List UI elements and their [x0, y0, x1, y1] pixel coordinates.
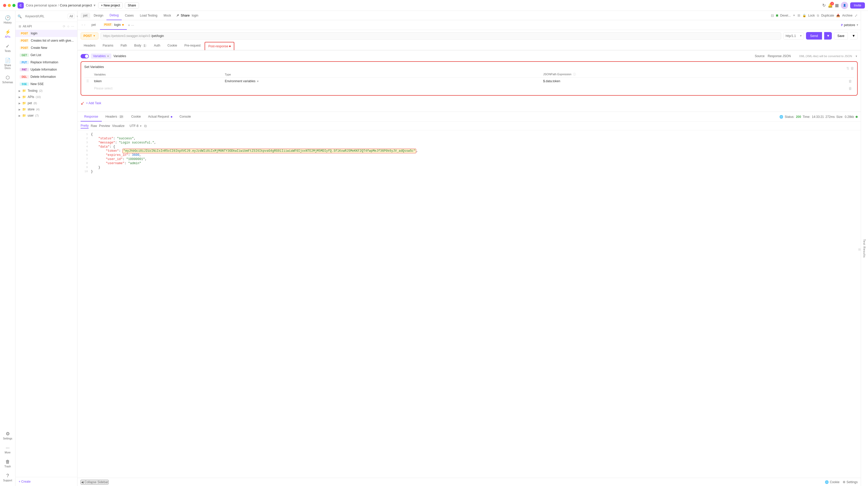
- archive-icon[interactable]: 📥: [836, 14, 840, 17]
- duplicate-icon[interactable]: ⧉: [817, 14, 819, 17]
- settings-bottom-button[interactable]: ⚙ Settings: [843, 480, 858, 484]
- env-dropdown[interactable]: ▼: [793, 14, 796, 17]
- share-header-button[interactable]: Share: [125, 2, 139, 8]
- design-tab[interactable]: Design: [91, 11, 106, 20]
- maximize-button[interactable]: [12, 4, 16, 7]
- share-doc-button[interactable]: ↗ Share: [176, 13, 190, 17]
- resp-tab-cookie[interactable]: Cookie: [128, 112, 145, 121]
- close-button[interactable]: [3, 4, 6, 7]
- refresh-icon[interactable]: ⟳: [63, 25, 65, 28]
- api-item-get-list[interactable]: GET Get List: [16, 52, 77, 59]
- env-name[interactable]: Devel...: [780, 14, 791, 17]
- delete-all-icon[interactable]: 🗑: [850, 66, 854, 70]
- api-item-delete[interactable]: DEL Delete Information: [16, 73, 77, 80]
- source-tab[interactable]: Source: [755, 54, 765, 58]
- tab-path[interactable]: Path: [118, 41, 130, 50]
- layout-button[interactable]: ▦: [835, 3, 839, 8]
- api-item-update[interactable]: PAT Update Information: [16, 66, 77, 73]
- folder-pet[interactable]: ▶ 📁 pet (8): [16, 100, 77, 106]
- api-item-login[interactable]: POST login: [16, 30, 77, 37]
- project-name[interactable]: Cora personal project: [60, 3, 92, 7]
- more-options-icon[interactable]: ⋯: [71, 25, 74, 28]
- pet-breadcrumb-tab[interactable]: ‹ ›: [80, 21, 87, 30]
- tab-cookie[interactable]: Cookie: [164, 41, 180, 50]
- expand-icon[interactable]: ⤢: [855, 13, 858, 18]
- add-tab-button[interactable]: +: [128, 23, 130, 27]
- tab-more-button[interactable]: ···: [131, 23, 134, 27]
- bookmark-icon[interactable]: ⊹: [67, 25, 69, 28]
- minimize-button[interactable]: [8, 4, 11, 7]
- var-delete-button[interactable]: 🗑: [848, 79, 852, 83]
- placeholder-text[interactable]: Please select: [94, 87, 113, 90]
- folder-testing[interactable]: ▶ 📁 Testing (2): [16, 88, 77, 94]
- url-field[interactable]: https://petstore3.swagger.io/api/v3 /pet…: [100, 32, 781, 39]
- archive-label[interactable]: Archive: [842, 14, 852, 17]
- folder-store[interactable]: ▶ 📁 store (4): [16, 106, 77, 112]
- env-expand-icon[interactable]: ▼: [856, 24, 859, 26]
- drag-handle[interactable]: ⠿: [86, 79, 89, 83]
- resp-tab-headers[interactable]: Headers 19: [102, 112, 128, 121]
- resp-tab-console[interactable]: Console: [176, 112, 194, 121]
- tab-auth[interactable]: Auth: [151, 41, 163, 50]
- tab-body[interactable]: Body 1: [131, 41, 150, 50]
- cookie-button[interactable]: 🌐 Cookie: [825, 480, 839, 484]
- user-avatar[interactable]: 👤: [841, 2, 848, 9]
- http-version-selector[interactable]: http/1.1 ▼: [783, 32, 804, 39]
- lock-icon[interactable]: 🔒: [802, 14, 806, 17]
- all-api-actions[interactable]: ⟳ ⊹ ⋯: [63, 25, 74, 28]
- sort-icon[interactable]: ⇅: [846, 66, 849, 70]
- tab-pre-request[interactable]: Pre-request: [181, 41, 204, 50]
- send-dropdown-button[interactable]: ▼: [824, 32, 832, 39]
- pretty-button[interactable]: Pretty: [81, 123, 89, 128]
- tab-headers[interactable]: Headers: [81, 41, 98, 50]
- sidebar-item-support[interactable]: ? Support: [1, 471, 14, 484]
- jsonpath-info-icon[interactable]: ⓘ: [573, 73, 576, 76]
- resp-tab-response[interactable]: Response: [81, 112, 102, 121]
- var-placeholder-delete[interactable]: 🗑: [848, 86, 852, 90]
- xml-dropdown-icon[interactable]: ▼: [855, 55, 858, 58]
- sidebar-item-settings[interactable]: ⚙ Settings: [1, 429, 14, 442]
- sync-button[interactable]: ↻: [822, 3, 826, 8]
- duplicate-label[interactable]: Duplicate: [821, 14, 834, 17]
- sidebar-item-more[interactable]: ··· More: [1, 443, 14, 456]
- all-api-header[interactable]: ⊞ All API ⟳ ⊹ ⋯: [16, 23, 77, 30]
- sidebar-item-history[interactable]: 🕐 History: [1, 13, 14, 26]
- expand-icon[interactable]: ⊞: [858, 248, 861, 251]
- var-type-cell[interactable]: Environment variables ▼: [225, 79, 539, 83]
- sidebar-item-share-docs[interactable]: 📄 Share Docs: [1, 56, 14, 72]
- new-project-button[interactable]: + New project: [98, 2, 123, 8]
- folder-user[interactable]: ▶ 📁 user (7): [16, 112, 77, 119]
- cases-tab[interactable]: Cases: [122, 11, 137, 20]
- pet-tab[interactable]: pet: [81, 13, 90, 18]
- load-testing-tab[interactable]: Load Testing: [137, 11, 160, 20]
- layout-icon[interactable]: ⊞: [798, 13, 800, 17]
- collapse-sidebar-button[interactable]: ◀ Collapse Sidebar: [81, 480, 108, 484]
- filter-icon[interactable]: ⊟: [771, 13, 774, 18]
- env-selector[interactable]: P petstore ▼: [841, 23, 859, 27]
- var-type-dropdown[interactable]: ▼: [256, 80, 259, 83]
- search-input[interactable]: [23, 13, 66, 19]
- lock-label[interactable]: Lock: [808, 14, 815, 17]
- http-dropdown-icon[interactable]: ▼: [798, 33, 804, 39]
- create-api-button[interactable]: + Create: [19, 480, 30, 483]
- sidebar-item-schemas[interactable]: ⬡ Schemas: [1, 73, 14, 86]
- filter-label[interactable]: All: [68, 14, 75, 19]
- visualize-button[interactable]: Visualize: [112, 123, 125, 128]
- response-json-tab[interactable]: Response JSON: [768, 54, 791, 58]
- sidebar-item-trash[interactable]: 🗑 Trash: [1, 457, 14, 470]
- right-chevron[interactable]: ›: [84, 23, 85, 27]
- api-item-replace[interactable]: PUT Replace Information: [16, 59, 77, 66]
- notification-button[interactable]: 🔔 2: [828, 3, 833, 8]
- variables-toggle[interactable]: [81, 54, 89, 58]
- sidebar-item-tests[interactable]: ✓ Tests: [1, 41, 14, 55]
- method-selector[interactable]: POST ▼: [81, 32, 98, 39]
- preview-button[interactable]: Preview: [99, 123, 110, 128]
- api-item-create-new[interactable]: POST Create New: [16, 44, 77, 52]
- var-json-path[interactable]: $.data.token: [543, 79, 560, 83]
- left-chevron[interactable]: ‹: [82, 23, 83, 27]
- folder-apis[interactable]: ▶ 📁 APIs (10): [16, 94, 77, 100]
- save-dropdown-button[interactable]: ▼: [850, 32, 858, 39]
- raw-button[interactable]: Raw: [91, 123, 97, 128]
- encoding-selector[interactable]: UTF-8 ▼: [130, 124, 142, 128]
- resp-tab-actual[interactable]: Actual Request: [145, 112, 176, 121]
